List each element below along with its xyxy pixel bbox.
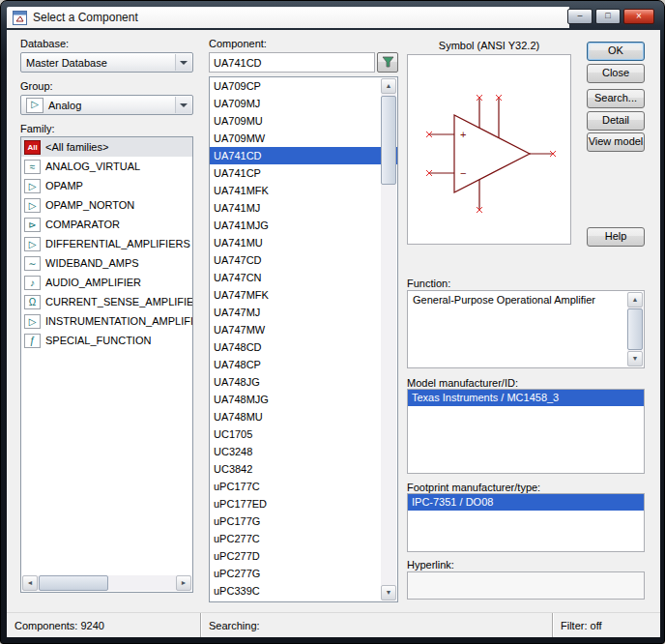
component-list-item[interactable]: UA741MJG [210, 217, 397, 234]
component-list-item[interactable]: uPC277D [210, 547, 397, 565]
family-list-item[interactable]: ANALOG_VIRTUAL [21, 157, 192, 176]
scroll-up-icon[interactable]: ▲ [381, 78, 396, 94]
component-list-item[interactable]: uPC339C [210, 582, 397, 600]
component-list-item[interactable]: UA741MU [210, 234, 397, 251]
model-value[interactable]: Texas Instruments / MC1458_3 [408, 390, 644, 406]
component-list-item[interactable]: UA741MJ [210, 199, 397, 217]
component-list-item[interactable]: UA748MU [210, 408, 397, 425]
family-list-item[interactable]: AUDIO_AMPLIFIER [21, 273, 192, 292]
detail-report-button[interactable]: Detail report [587, 111, 645, 131]
footprint-value[interactable]: IPC-7351 / DO08 [408, 494, 644, 511]
family-list[interactable]: ◄ ► <All families> ANALOG_VIRTUAL OPAMP [20, 136, 193, 593]
database-value: Master Database [26, 57, 107, 69]
search-button[interactable]: Search... [587, 89, 645, 108]
scrollbar-thumb[interactable] [381, 96, 396, 185]
family-icon [24, 218, 41, 232]
component-vertical-scrollbar[interactable]: ▲ ▼ [381, 78, 396, 600]
scroll-up-icon[interactable]: ▲ [627, 292, 643, 307]
component-list-item[interactable]: UA747MFK [210, 286, 397, 304]
scrollbar-thumb[interactable] [39, 575, 108, 591]
hyperlink-label: Hyperlink: [407, 559, 454, 571]
scroll-left-icon[interactable]: ◄ [22, 575, 38, 591]
component-input[interactable] [209, 52, 375, 73]
family-icon [24, 334, 41, 348]
family-item-label: OPAMP_NORTON [45, 199, 134, 211]
filter-button[interactable] [377, 52, 398, 73]
component-label: Component: [209, 38, 267, 49]
component-list-item[interactable]: UA709CP [210, 77, 397, 95]
close-button[interactable]: × [623, 9, 654, 24]
window-controls: – □ × [567, 9, 654, 24]
status-searching: Searching: [200, 613, 552, 637]
maximize-button[interactable]: □ [595, 9, 621, 24]
footprint-box[interactable]: IPC-7351 / DO08 [407, 493, 645, 552]
select-component-dialog: Select a Component – □ × Database: Maste… [0, 0, 665, 644]
family-list-item[interactable]: OPAMP [21, 176, 192, 195]
component-list-item[interactable]: UA748CD [210, 338, 397, 356]
svg-text:−: − [460, 167, 466, 179]
scroll-down-icon[interactable]: ▼ [381, 585, 396, 600]
family-list-item[interactable]: WIDEBAND_AMPS [21, 253, 192, 273]
component-list-item[interactable]: uPC177C [210, 478, 397, 495]
component-list-item[interactable]: UA741CP [210, 164, 397, 182]
function-value: General-Purpose Operational Amplifier [408, 291, 644, 306]
family-list-item[interactable]: COMPARATOR [21, 215, 192, 234]
minimize-button[interactable]: – [567, 9, 593, 24]
hyperlink-box[interactable] [407, 571, 645, 600]
chevron-down-icon[interactable] [175, 97, 191, 113]
model-box[interactable]: Texas Instruments / MC1458_3 [407, 389, 645, 474]
component-list-item[interactable]: UA741MFK [210, 182, 397, 199]
family-item-label: SPECIAL_FUNCTION [45, 335, 151, 346]
family-icon [24, 237, 41, 251]
function-box: General-Purpose Operational Amplifier ▲ … [407, 290, 645, 368]
component-list-item[interactable]: UA747MJ [210, 304, 397, 321]
component-list-item[interactable]: UC3842 [210, 460, 397, 478]
ok-button[interactable]: OK [587, 42, 645, 61]
group-value: Analog [48, 100, 81, 111]
component-list-item[interactable]: UA709MU [210, 112, 397, 130]
component-list-item[interactable]: uPC277G [210, 565, 397, 582]
component-list-item[interactable]: UA709MJ [210, 95, 397, 112]
help-button[interactable]: Help [587, 227, 645, 247]
component-list-item[interactable]: UA709MW [210, 130, 397, 147]
group-dropdown[interactable]: ▷ Analog [20, 95, 193, 115]
component-list[interactable]: ▲ ▼ UA709CP UA709MJ UA709MU UA709MW UA74… [209, 76, 398, 602]
opamp-symbol: + − [408, 55, 570, 244]
database-dropdown[interactable]: Master Database [20, 52, 193, 73]
component-list-item[interactable]: UA741CD [210, 147, 397, 164]
component-list-item[interactable]: UA748CP [210, 356, 397, 373]
dialog-body: Database: Master Database Group: ▷ Analo… [7, 30, 660, 614]
family-list-item[interactable]: SPECIAL_FUNCTION [21, 331, 192, 350]
family-list-item[interactable]: CURRENT_SENSE_AMPLIFIERS [21, 292, 192, 311]
component-list-item[interactable]: uPC177G [210, 512, 397, 530]
component-list-item[interactable]: UA748JG [210, 373, 397, 391]
close-dialog-button[interactable]: Close [587, 64, 645, 83]
family-list-item[interactable]: <All families> [21, 137, 192, 157]
component-list-item[interactable]: UC1705 [210, 425, 397, 443]
family-item-label: COMPARATOR [45, 219, 120, 230]
scroll-right-icon[interactable]: ► [176, 575, 191, 591]
component-list-item[interactable]: UC3248 [210, 443, 397, 460]
chevron-down-icon[interactable] [175, 54, 191, 71]
family-list-item[interactable]: OPAMP_NORTON [21, 195, 192, 215]
titlebar[interactable]: Select a Component [7, 7, 569, 28]
family-icon [24, 198, 41, 213]
view-model-button[interactable]: View model [587, 132, 645, 152]
component-list-item[interactable]: UA748MJG [210, 391, 397, 408]
model-label: Model manufacturer/ID: [407, 377, 518, 389]
family-icon [24, 179, 41, 193]
component-list-item[interactable]: uPC177ED [210, 495, 397, 512]
component-list-item[interactable]: UA747CD [210, 251, 397, 269]
family-horizontal-scrollbar[interactable]: ◄ ► [22, 575, 191, 591]
family-icon [24, 276, 41, 290]
family-icon [24, 140, 41, 155]
scroll-down-icon[interactable]: ▼ [627, 351, 643, 366]
component-list-item[interactable]: UA747CN [210, 269, 397, 286]
function-scrollbar[interactable]: ▲ ▼ [627, 292, 643, 366]
family-list-item[interactable]: DIFFERENTIAL_AMPLIFIERS [21, 234, 192, 253]
component-list-item[interactable]: uPC277C [210, 530, 397, 547]
family-list-item[interactable]: INSTRUMENTATION_AMPLIFIER [21, 311, 192, 331]
scrollbar-thumb[interactable] [627, 308, 643, 350]
family-item-label: INSTRUMENTATION_AMPLIFIER [45, 315, 192, 327]
component-list-item[interactable]: UA747MW [210, 321, 397, 338]
